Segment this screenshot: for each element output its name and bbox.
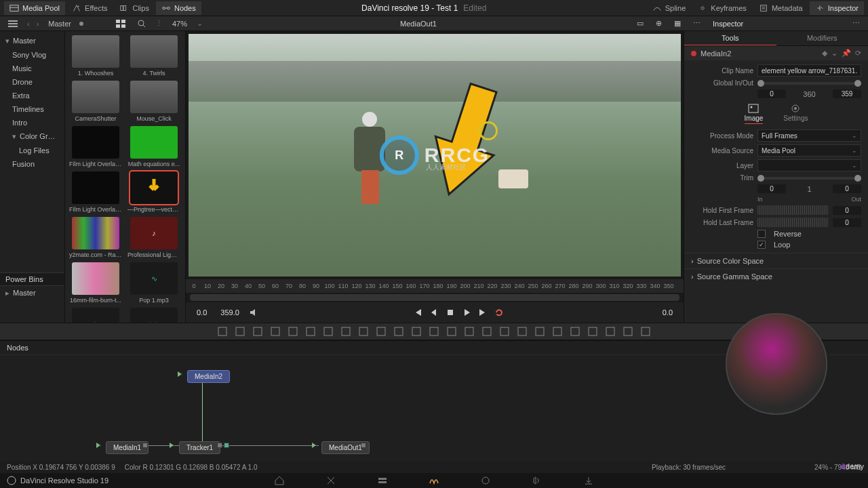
keyframes-tab[interactable]: Keyframes — [692, 1, 752, 15]
viewer-option-button[interactable]: ▭ — [633, 18, 648, 29]
fog-tool-icon[interactable] — [640, 326, 651, 337]
thumbnail-view-button[interactable] — [112, 18, 130, 29]
reset-icon[interactable]: ⟳ — [855, 49, 861, 58]
media-tree-item[interactable]: Extra — [0, 89, 64, 102]
fx-tool-icon[interactable] — [288, 326, 298, 337]
thumb-folder[interactable]: 1. Whooshes — [69, 35, 122, 77]
thumb-clip[interactable]: 16mm-film-burn-t... — [69, 262, 122, 304]
thumb-clip[interactable]: Math equations e... — [127, 126, 180, 167]
loop-checkbox[interactable]: ✓ — [757, 241, 766, 249]
thumb-audio[interactable]: ♪Professional Light ... — [127, 217, 180, 258]
power-bins-header[interactable]: Power Bins — [0, 272, 64, 286]
last-frame-button[interactable] — [478, 308, 488, 317]
color-page-icon[interactable] — [480, 475, 491, 486]
inspector-settings-subtab[interactable]: Settings — [783, 104, 808, 124]
render-tool-icon[interactable] — [605, 326, 616, 337]
ellipse-tool-icon[interactable] — [446, 326, 457, 337]
source-gamma-space-expander[interactable]: ›Source Gamma Space — [684, 268, 868, 284]
metadata-tab[interactable]: Metadata — [753, 1, 808, 15]
spline-tool-icon[interactable] — [464, 326, 475, 337]
timecode-right[interactable]: 0.0 — [658, 307, 677, 318]
loop-button[interactable] — [494, 308, 504, 317]
node-keyframe-icon[interactable]: ◆ — [822, 49, 827, 58]
thumb-clip[interactable]: y2mate.com - Rad... — [69, 217, 122, 258]
thumb-folder[interactable]: CameraShutter — [69, 81, 122, 122]
time-ruler[interactable]: 0102030405060708090100110120130140150160… — [186, 279, 684, 293]
layer-select[interactable]: ⌄ — [757, 159, 861, 171]
cut-page-icon[interactable] — [326, 475, 336, 486]
particle-tool-icon[interactable] — [534, 326, 545, 337]
first-frame-button[interactable] — [413, 308, 422, 317]
mask-tool-icon[interactable] — [235, 326, 245, 337]
inspector-image-subtab[interactable]: Image — [745, 104, 764, 124]
media-tree-item[interactable]: Music — [0, 62, 64, 75]
tracker-tool-icon[interactable] — [305, 326, 316, 337]
spline-tab[interactable]: Spline — [647, 1, 692, 15]
timecode-duration[interactable]: 359.0 — [216, 307, 243, 318]
inspector-tab[interactable]: Inspector — [810, 1, 864, 15]
power-bin-item[interactable]: ▸Master — [0, 286, 64, 300]
text-tool-icon[interactable] — [252, 326, 263, 337]
viewer-canvas[interactable]: R RRCG 人人素材社区 — [189, 34, 681, 277]
inspector-modifiers-tab[interactable]: Modifiers — [776, 31, 869, 45]
reverse-checkbox[interactable] — [757, 230, 766, 238]
timecode-in[interactable]: 0.0 — [193, 307, 211, 318]
merge-tool-icon[interactable] — [358, 326, 369, 337]
viewer-zoom[interactable]: 47% — [168, 18, 191, 29]
glow-tool-icon[interactable] — [517, 326, 528, 337]
color-tool-icon[interactable] — [340, 326, 351, 337]
home-page-icon[interactable] — [274, 475, 285, 486]
media-tree-item[interactable]: Sony Vlog — [0, 48, 64, 62]
thumb-audio[interactable]: ∿Pop 1.mp3 — [127, 262, 180, 304]
clip-name-field[interactable] — [757, 64, 861, 77]
inspector-node-header[interactable]: MediaIn2 ◆ ⌄ 📌 ⟳ — [684, 46, 868, 60]
node-mediain2[interactable]: MediaIn2 — [187, 370, 230, 383]
panel-menu-button[interactable] — [4, 18, 22, 29]
play-button[interactable] — [462, 308, 471, 317]
thumb-clip[interactable]: Film Light Overlay ... — [69, 171, 122, 213]
media-tree-item[interactable]: Intro — [0, 116, 64, 129]
process-mode-select[interactable]: Full Frames⌄ — [757, 129, 861, 142]
global-inout-slider[interactable] — [757, 82, 861, 85]
breadcrumb[interactable]: Master — [44, 18, 75, 29]
chevron-right-icon[interactable]: › — [35, 20, 41, 28]
nodes-tab[interactable]: Nodes — [156, 1, 201, 15]
blur-tool-icon[interactable] — [499, 326, 510, 337]
thumb-clip-selected[interactable]: —Pngtree—vector... — [127, 171, 180, 213]
clips-tab[interactable]: Clips — [114, 1, 154, 15]
trim-slider[interactable] — [757, 177, 861, 180]
media-tree-item[interactable]: Fusion — [0, 157, 64, 171]
chevron-left-icon[interactable]: ‹ — [26, 20, 31, 28]
cloud-tool-icon[interactable] — [623, 326, 633, 337]
media-tree-root[interactable]: ▾Master — [0, 34, 64, 48]
bg-tool-icon[interactable] — [217, 326, 228, 337]
cam-tool-icon[interactable] — [570, 326, 580, 337]
media-tree-item[interactable]: Timelines — [0, 102, 64, 116]
thumb-folder[interactable]: 4. Twirls — [127, 35, 180, 77]
scrubber-bar[interactable] — [190, 294, 679, 301]
shape-tool-icon[interactable] — [429, 326, 439, 337]
pin-icon[interactable]: 📌 — [842, 49, 851, 58]
curve-tool-icon[interactable] — [481, 326, 492, 337]
inspector-tools-tab[interactable]: Tools — [684, 31, 776, 45]
thumb-clip[interactable]: Film Light Overlay ... — [69, 126, 122, 167]
3d-tool-icon[interactable] — [552, 326, 563, 337]
deliver-page-icon[interactable] — [583, 475, 594, 486]
hold-first-wheel[interactable] — [757, 205, 829, 215]
dup-tool-icon[interactable] — [393, 326, 404, 337]
thumb-folder[interactable]: Mouse_Click — [127, 81, 180, 122]
fusion-page-icon[interactable] — [429, 475, 439, 486]
bright-tool-icon[interactable] — [323, 326, 334, 337]
fairlight-page-icon[interactable] — [532, 475, 542, 486]
media-tree-item[interactable]: ▾Color Grading F... — [0, 129, 64, 144]
thumb-audio[interactable]: ∿Whoosh 2.mp3 — [69, 308, 122, 323]
stop-button[interactable] — [446, 308, 455, 317]
media-tree-item[interactable]: Drone — [0, 75, 64, 89]
edit-page-icon[interactable] — [377, 475, 388, 486]
source-color-space-expander[interactable]: ›Source Color Space — [684, 253, 868, 268]
volume-icon[interactable] — [249, 308, 258, 317]
step-back-button[interactable] — [429, 308, 439, 317]
comp-tool-icon[interactable] — [376, 326, 387, 337]
node-enable-dot[interactable] — [691, 51, 696, 56]
search-button[interactable] — [134, 18, 150, 29]
